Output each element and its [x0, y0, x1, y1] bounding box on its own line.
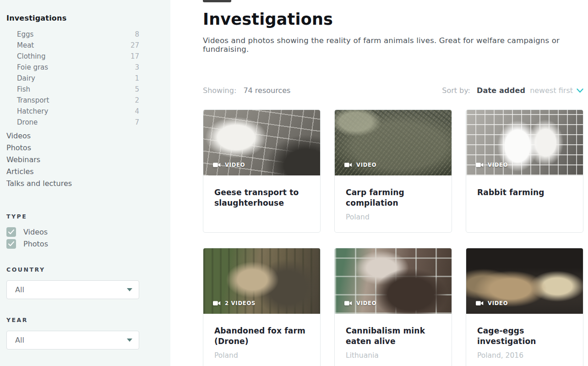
card-title: Geese transport to slaughterhouse	[214, 187, 309, 209]
caret-down-icon	[127, 339, 132, 342]
country-select[interactable]: All	[6, 280, 139, 299]
category-label: Hatchery	[17, 107, 48, 115]
card-title: Cannibalism mink eaten alive	[346, 326, 441, 347]
badge-label: VIDEO	[488, 162, 508, 168]
sidebar-item-drone[interactable]: Drone 7	[6, 117, 139, 128]
photos-checkbox[interactable]	[6, 239, 16, 249]
resource-library-page: Investigations Eggs 8 Meat 27 Clothing 1…	[0, 0, 588, 366]
year-filter-label: YEAR	[6, 317, 139, 323]
sidebar-item-dairy[interactable]: Dairy 1	[6, 73, 139, 84]
media-type-badge: VIDEO	[476, 162, 508, 168]
resource-card-cannibalism-mink[interactable]: VIDEO Cannibalism mink eaten alive Lithu…	[334, 248, 452, 366]
photos-checkbox-row[interactable]: Photos	[6, 239, 139, 249]
section-links: Videos Photos Webinars Articles Talks an…	[6, 130, 139, 189]
category-label: Fish	[17, 85, 30, 93]
video-camera-icon	[344, 300, 352, 306]
sort-direction[interactable]: newest first	[530, 86, 573, 95]
results-count: Showing: 74 resources	[203, 86, 290, 95]
sidebar: Investigations Eggs 8 Meat 27 Clothing 1…	[0, 0, 170, 366]
year-select[interactable]: All	[6, 331, 139, 350]
videos-checkbox-row[interactable]: Videos	[6, 227, 139, 237]
card-location: Poland	[346, 213, 441, 221]
card-title: Cage-eggs investigation	[477, 326, 572, 347]
card-title: Rabbit farming	[477, 187, 572, 198]
card-location: Lithuania	[346, 351, 441, 360]
sidebar-item-eggs[interactable]: Eggs 8	[6, 29, 139, 40]
card-body: Abandoned fox farm (Drone) Poland	[203, 314, 320, 366]
caret-down-icon	[127, 288, 132, 291]
media-type-badge: VIDEO	[213, 162, 245, 168]
sidebar-item-photos[interactable]: Photos	[6, 142, 139, 153]
card-thumbnail: 2 VIDEOS	[203, 248, 320, 314]
resource-card-geese-transport[interactable]: VIDEO Geese transport to slaughterhouse	[203, 109, 321, 233]
video-camera-icon	[476, 162, 484, 168]
resource-card-abandoned-fox-farm[interactable]: 2 VIDEOS Abandoned fox farm (Drone) Pola…	[203, 248, 321, 366]
media-type-badge: VIDEO	[476, 300, 508, 306]
check-icon	[8, 241, 14, 247]
category-count: 1	[135, 74, 139, 82]
card-body: Rabbit farming	[466, 175, 583, 209]
card-body: Geese transport to slaughterhouse	[203, 175, 320, 220]
showing-value: 74 resources	[243, 86, 290, 95]
card-body: Cage-eggs investigation Poland, 2016	[466, 314, 583, 366]
sidebar-item-clothing[interactable]: Clothing 17	[6, 51, 139, 62]
check-icon	[8, 229, 14, 235]
category-count: 27	[131, 41, 139, 49]
video-camera-icon	[476, 300, 484, 306]
country-select-value: All	[15, 285, 24, 294]
page-subtitle: Videos and photos showing the reality of…	[203, 36, 583, 54]
photos-checkbox-label: Photos	[23, 240, 48, 248]
media-type-badge: 2 VIDEOS	[213, 300, 256, 306]
showing-label: Showing:	[203, 86, 236, 95]
sort-control[interactable]: Sort by: Date added newest first	[442, 86, 583, 95]
sidebar-item-investigations[interactable]: Investigations	[6, 14, 139, 22]
sidebar-item-fish[interactable]: Fish 5	[6, 84, 139, 95]
category-label: Meat	[17, 41, 34, 49]
category-count: 5	[135, 85, 139, 93]
videos-checkbox[interactable]	[6, 227, 16, 237]
video-camera-icon	[344, 162, 352, 168]
category-label: Clothing	[17, 52, 45, 60]
sidebar-item-webinars[interactable]: Webinars	[6, 153, 139, 165]
resource-card-cage-eggs[interactable]: VIDEO Cage-eggs investigation Poland, 20…	[466, 248, 583, 366]
sidebar-item-foie-gras[interactable]: Foie gras 3	[6, 62, 139, 73]
badge-label: VIDEO	[488, 300, 508, 306]
type-filter-label: TYPE	[6, 213, 139, 220]
badge-label: VIDEO	[356, 300, 376, 306]
badge-label: 2 VIDEOS	[225, 300, 256, 306]
video-camera-icon	[213, 300, 221, 306]
country-filter: COUNTRY All	[6, 266, 139, 299]
category-count: 7	[135, 118, 139, 126]
category-label: Drone	[17, 118, 38, 126]
results-bar: Showing: 74 resources Sort by: Date adde…	[203, 86, 583, 95]
badge-label: VIDEO	[356, 162, 376, 168]
category-count: 2	[135, 96, 139, 104]
category-label: Transport	[17, 96, 49, 104]
sort-field[interactable]: Date added	[477, 86, 525, 95]
badge-label: VIDEO	[225, 162, 245, 168]
card-body: Carp farming compilation Poland	[335, 175, 452, 232]
country-filter-label: COUNTRY	[6, 266, 139, 273]
category-count: 8	[135, 30, 139, 38]
sidebar-item-articles[interactable]: Articles	[6, 165, 139, 177]
chevron-down-icon[interactable]	[577, 88, 583, 93]
main-content: Investigations Videos and photos showing…	[170, 0, 588, 366]
category-label: Foie gras	[17, 63, 48, 71]
resource-card-carp-farming[interactable]: VIDEO Carp farming compilation Poland	[334, 109, 452, 233]
clipped-top-element	[203, 0, 231, 2]
category-label: Eggs	[17, 30, 33, 38]
sort-by-label: Sort by:	[442, 86, 470, 95]
card-thumbnail: VIDEO	[335, 248, 452, 314]
resource-grid: VIDEO Geese transport to slaughterhouse	[203, 109, 583, 366]
card-thumbnail: VIDEO	[335, 110, 452, 175]
media-type-badge: VIDEO	[344, 300, 376, 306]
sidebar-item-hatchery[interactable]: Hatchery 4	[6, 106, 139, 117]
category-count: 3	[135, 63, 139, 71]
sidebar-item-videos[interactable]: Videos	[6, 130, 139, 142]
sidebar-item-transport[interactable]: Transport 2	[6, 95, 139, 106]
sidebar-item-meat[interactable]: Meat 27	[6, 40, 139, 51]
card-thumbnail: VIDEO	[203, 110, 320, 175]
resource-card-rabbit-farming[interactable]: VIDEO Rabbit farming	[466, 109, 583, 233]
category-label: Dairy	[17, 74, 35, 82]
sidebar-item-talks-and-lectures[interactable]: Talks and lectures	[6, 177, 139, 189]
